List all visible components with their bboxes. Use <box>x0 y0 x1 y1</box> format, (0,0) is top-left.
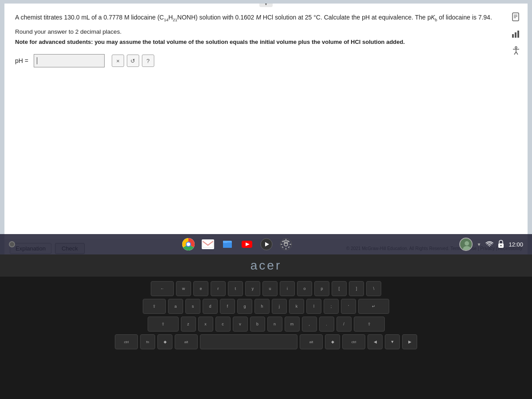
notes-icon[interactable] <box>510 11 522 23</box>
key-t[interactable]: t <box>228 281 243 296</box>
key-win[interactable]: ◆ <box>157 334 172 349</box>
keyboard-row-2: ⇪ a s d f g h j k l ; ' ↵ <box>143 299 389 314</box>
ph-label: pH = <box>15 57 28 64</box>
key-w[interactable]: w <box>176 281 191 296</box>
key-caps[interactable]: ⇪ <box>143 299 166 314</box>
key-tab[interactable]: ← <box>151 281 174 296</box>
keyboard-row-3: ⇧ z x c v b n m , . / ⇧ <box>148 317 385 332</box>
key-e[interactable]: e <box>193 281 208 296</box>
action-buttons: × ↺ ? <box>112 55 154 67</box>
key-alt[interactable]: alt <box>175 334 198 349</box>
key-win-right[interactable]: ◆ <box>325 334 340 349</box>
keyboard-row-1: ← w e r t y u i o p [ ] \ <box>151 281 381 296</box>
key-k[interactable]: k <box>289 299 304 314</box>
clear-button[interactable]: × <box>112 55 124 67</box>
svg-rect-15 <box>202 239 214 249</box>
key-l[interactable]: l <box>306 299 321 314</box>
key-enter[interactable]: ↵ <box>358 299 389 314</box>
svg-rect-25 <box>286 239 286 241</box>
key-y[interactable]: y <box>245 281 260 296</box>
key-backslash[interactable]: \ <box>366 281 381 296</box>
laptop-screen: ▼ <box>0 0 532 257</box>
key-space[interactable] <box>200 334 297 349</box>
undo-button[interactable]: ↺ <box>127 55 139 67</box>
key-z[interactable]: z <box>181 317 196 332</box>
question-text: A chemist titrates 130.0 mL of a 0.7778 … <box>15 12 517 23</box>
key-lbracket[interactable]: [ <box>332 281 347 296</box>
acer-area: acer <box>0 254 532 277</box>
key-comma[interactable]: , <box>302 317 317 332</box>
svg-point-7 <box>515 47 517 48</box>
key-r[interactable]: r <box>211 281 226 296</box>
key-m[interactable]: m <box>285 317 300 332</box>
svg-rect-26 <box>286 248 286 250</box>
key-period[interactable]: . <box>319 317 334 332</box>
key-a[interactable]: a <box>168 299 183 314</box>
advanced-note-bold: Note for advanced students: <box>15 39 93 45</box>
taskbar-left <box>9 241 15 247</box>
key-left[interactable]: ◀ <box>368 334 383 349</box>
files-icon[interactable] <box>221 238 234 251</box>
key-f[interactable]: f <box>220 299 235 314</box>
svg-point-37 <box>501 245 502 246</box>
svg-rect-18 <box>223 241 227 243</box>
key-o[interactable]: o <box>297 281 312 296</box>
key-u[interactable]: u <box>262 281 278 296</box>
key-rbracket[interactable]: ] <box>349 281 364 296</box>
taskbar-circle-button[interactable] <box>9 241 15 247</box>
svg-line-10 <box>514 52 516 55</box>
round-note: Round your answer to 2 decimal places. <box>15 28 517 35</box>
collapse-arrow[interactable]: ▼ <box>259 4 273 7</box>
taskbar-right: ▼ 12:00 <box>459 238 523 251</box>
avatar-dropdown-arrow[interactable]: ▼ <box>477 242 481 247</box>
key-x[interactable]: x <box>198 317 213 332</box>
key-j[interactable]: j <box>272 299 287 314</box>
key-rshift[interactable]: ⇧ <box>354 317 385 332</box>
key-b[interactable]: b <box>250 317 265 332</box>
gmail-icon[interactable] <box>201 238 215 251</box>
content-area: ▼ <box>4 4 528 257</box>
key-ctrl[interactable]: ctrl <box>115 334 138 349</box>
key-s[interactable]: s <box>185 299 200 314</box>
key-h[interactable]: h <box>254 299 270 314</box>
play-icon[interactable] <box>260 238 273 251</box>
key-g[interactable]: g <box>237 299 252 314</box>
key-c[interactable]: c <box>215 317 231 332</box>
key-v[interactable]: v <box>233 317 248 332</box>
key-semicolon[interactable]: ; <box>324 299 339 314</box>
svg-rect-6 <box>517 31 519 38</box>
taskbar-center <box>182 238 293 251</box>
key-right[interactable]: ▶ <box>402 334 417 349</box>
key-down[interactable]: ▼ <box>385 334 400 349</box>
key-i[interactable]: i <box>280 281 295 296</box>
chart-icon[interactable] <box>510 27 522 40</box>
svg-rect-32 <box>288 246 289 248</box>
right-icons-panel <box>510 11 522 57</box>
accessibility-icon[interactable] <box>510 44 522 57</box>
key-p[interactable]: p <box>314 281 329 296</box>
help-button[interactable]: ? <box>142 55 154 67</box>
svg-line-11 <box>516 52 518 55</box>
svg-rect-31 <box>282 246 283 248</box>
key-quote[interactable]: ' <box>341 299 356 314</box>
key-altgr[interactable]: alt <box>300 334 323 349</box>
ph-input[interactable] <box>34 54 105 67</box>
user-avatar[interactable] <box>459 238 473 251</box>
lock-icon <box>498 240 504 249</box>
key-d[interactable]: d <box>203 299 218 314</box>
cursor <box>37 57 37 64</box>
chrome-icon[interactable] <box>182 238 195 251</box>
svg-rect-0 <box>512 13 519 21</box>
svg-rect-27 <box>281 244 282 245</box>
key-slash[interactable]: / <box>336 317 352 332</box>
youtube-icon[interactable] <box>240 238 254 251</box>
key-n[interactable]: n <box>267 317 282 332</box>
svg-rect-4 <box>512 34 514 38</box>
key-lshift[interactable]: ⇧ <box>148 317 179 332</box>
key-fn[interactable]: fn <box>140 334 155 349</box>
advanced-note-rest: you may assume the total volume of the s… <box>93 39 405 45</box>
key-ctrl-right[interactable]: ctrl <box>342 334 365 349</box>
ph-input-row: pH = × ↺ ? <box>15 54 517 67</box>
settings-icon[interactable] <box>279 238 293 251</box>
svg-point-14 <box>187 243 190 246</box>
